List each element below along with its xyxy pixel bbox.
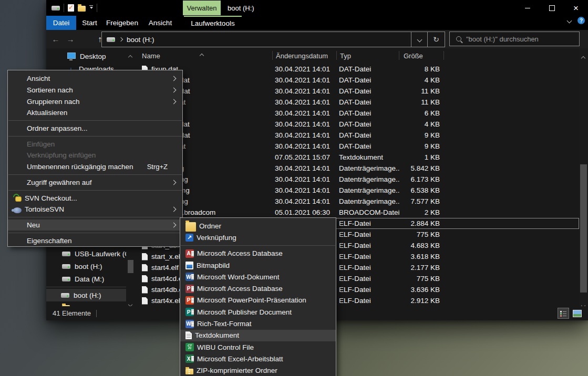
breadcrumb[interactable]: boot (H:) <box>102 36 411 44</box>
file-type: Datenträgerimage... <box>337 164 399 172</box>
menu-item[interactable]: Ordner <box>180 220 336 232</box>
menu-item[interactable]: P Microsoft Access Database <box>180 283 336 294</box>
file-row[interactable]: LICENCE.broadcom 05.01.2021 06:30 BROADC… <box>130 207 579 218</box>
properties-icon[interactable] <box>68 4 74 12</box>
menu-item[interactable]: TortoiseSVN <box>8 204 182 215</box>
refresh-button[interactable] <box>427 32 445 47</box>
menu-item[interactable]: Umbenennen rückgängig machen Strg+Z <box>8 161 182 173</box>
file-row[interactable]: fixup4.dat 30.04.2021 14:01 DAT-Datei 6 … <box>130 108 579 119</box>
menu-item-label: Microsoft Access Database <box>197 285 321 293</box>
file-row[interactable]: fixup4x.dat 30.04.2021 14:01 DAT-Datei 9… <box>130 141 579 152</box>
file-row[interactable]: kernel.img 30.04.2021 14:01 Datenträgeri… <box>130 163 579 174</box>
menu-item-label: Sortieren nach <box>27 86 168 94</box>
drive-icon[interactable] <box>51 6 60 11</box>
menu-item[interactable]: Ansicht <box>8 73 182 85</box>
nav-buttons <box>49 30 106 48</box>
customize-qat-chevron-icon[interactable] <box>89 5 93 11</box>
new-folder-icon[interactable] <box>78 6 86 12</box>
file-row[interactable]: kernel7l.img 30.04.2021 14:01 Datenträge… <box>130 185 579 196</box>
menu-item[interactable]: Eigenschaften <box>8 235 182 246</box>
menu-item[interactable]: Neu <box>8 220 182 231</box>
file-size: 9 KB <box>399 142 444 150</box>
breadcrumb-chevron-icon[interactable] <box>119 37 123 41</box>
file-size: 2.884 KB <box>399 220 444 227</box>
menu-item[interactable]: Textdokument <box>180 330 336 341</box>
separator <box>181 245 335 246</box>
file-row[interactable]: fixup4db.dat 30.04.2021 14:01 DAT-Datei … <box>130 130 579 141</box>
menu-item[interactable]: W Rich-Text-Format <box>180 318 336 329</box>
file-date: 30.04.2021 14:01 <box>273 131 337 139</box>
wibu-icon: CT FI <box>185 343 194 351</box>
window-control-button[interactable] <box>515 0 540 16</box>
file-list-scrollbar[interactable] <box>579 48 588 306</box>
context-menu: Ansicht Sortieren nach Gruppieren nach A… <box>7 70 183 247</box>
menu-item[interactable]: Verknüpfung einfügen <box>8 150 182 161</box>
sidebar-item[interactable]: boot (H:) <box>46 289 126 301</box>
column-header[interactable]: Größe <box>399 48 444 63</box>
nav-button[interactable] <box>64 33 77 46</box>
breadcrumb-location[interactable]: boot (H:) <box>127 36 154 44</box>
menu-item[interactable]: P Microsoft PowerPoint-Präsentation <box>180 295 336 306</box>
file-row[interactable]: fixup.dat 30.04.2021 14:01 DAT-Datei 8 K… <box>130 64 579 75</box>
menu-item[interactable]: Bitmapbild <box>180 259 336 271</box>
column-header-label: Größe <box>404 52 423 60</box>
ribbon-tab[interactable]: Start <box>76 16 103 30</box>
address-history-button[interactable] <box>411 32 427 47</box>
column-headers: Name Änderungsdatum Typ Größe <box>130 48 579 63</box>
submenu-arrow-icon <box>170 77 177 80</box>
menu-item[interactable]: Sortieren nach <box>8 85 182 96</box>
file-row[interactable]: kernel7.img 30.04.2021 14:01 Datenträger… <box>130 174 579 185</box>
ribbon-tab[interactable]: Laufwerktools <box>184 16 242 30</box>
file-row[interactable]: issue.txt 07.05.2021 15:07 Textdokument … <box>130 152 579 163</box>
item-count: 41 Elemente <box>53 309 91 317</box>
file-row[interactable]: fixup_x.dat 30.04.2021 14:01 DAT-Datei 1… <box>130 97 579 108</box>
contextual-tab-group-header[interactable]: Verwalten <box>183 1 221 15</box>
menu-item[interactable]: Ordner anpassen... <box>8 123 182 134</box>
window-control-button[interactable] <box>564 0 588 16</box>
menu-item[interactable]: CT FI WIBU Control File <box>180 341 336 353</box>
file-type: ELF-Datei <box>337 253 399 260</box>
menu-item[interactable]: P Microsoft Publisher Document <box>180 306 336 318</box>
menu-item[interactable]: SVN Checkout... <box>8 192 182 204</box>
scroll-up-icon[interactable] <box>582 53 585 62</box>
menu-item[interactable]: Aktualisieren <box>8 107 182 119</box>
sidebar-item[interactable]: boot (H:) <box>46 260 126 273</box>
column-header[interactable]: Typ <box>337 48 399 63</box>
collapse-ribbon-chevron-icon[interactable] <box>568 19 571 23</box>
scroll-down-icon[interactable] <box>582 300 585 306</box>
view-toggle-buttons <box>558 308 583 319</box>
file-row[interactable]: kernel8.img 30.04.2021 14:01 Datenträger… <box>130 196 579 207</box>
menu-item[interactable]: A Microsoft Access Database <box>180 248 336 259</box>
help-icon[interactable]: ? <box>577 17 585 24</box>
file-row[interactable]: fixup4cd.dat 30.04.2021 14:01 DAT-Datei … <box>130 119 579 130</box>
sidebar-item[interactable]: USB-Laufwerk (G <box>46 247 126 260</box>
ribbon-tab[interactable]: Freigeben <box>103 16 141 30</box>
ribbon-tab[interactable]: Ansicht <box>141 16 179 30</box>
nav-button[interactable] <box>49 33 62 46</box>
file-row[interactable]: fixup_db.dat 30.04.2021 14:01 DAT-Datei … <box>130 86 579 97</box>
file-date: 30.04.2021 14:01 <box>273 197 337 205</box>
column-header[interactable]: Änderungsdatum <box>273 48 337 63</box>
menu-item[interactable]: Gruppieren nach <box>8 96 182 107</box>
search-box[interactable]: "boot (H:)" durchsuchen <box>449 32 580 46</box>
menu-item[interactable]: ZIP-komprimierter Ordner <box>180 365 336 376</box>
nav-button[interactable] <box>79 33 91 46</box>
separator <box>8 174 182 175</box>
window-control-button[interactable] <box>540 0 564 16</box>
ribbon-tab[interactable]: Datei <box>46 16 76 30</box>
menu-item[interactable]: Verknüpfung <box>180 232 336 243</box>
file-row[interactable]: fixup_cd.dat 30.04.2021 14:01 DAT-Datei … <box>130 75 579 86</box>
view-toggle-button[interactable] <box>558 308 569 319</box>
menu-item[interactable]: W Microsoft Word-Dokument <box>180 271 336 283</box>
file-size: 6 KB <box>399 109 444 117</box>
file-icon <box>142 286 148 294</box>
menu-item[interactable]: X Microsoft Excel-Arbeitsblatt <box>180 353 336 364</box>
scrollbar-thumb[interactable] <box>580 164 587 293</box>
address-bar[interactable]: boot (H:) <box>101 32 445 47</box>
sidebar-item[interactable]: Data (M:) <box>46 273 126 285</box>
sidebar-item[interactable]: Desktop <box>46 50 126 62</box>
menu-item[interactable]: Zugriff gewähren auf <box>8 177 182 189</box>
menu-item[interactable]: Einfügen <box>8 138 182 150</box>
view-toggle-button[interactable] <box>571 308 583 319</box>
menu-item-label: Neu <box>27 221 168 229</box>
